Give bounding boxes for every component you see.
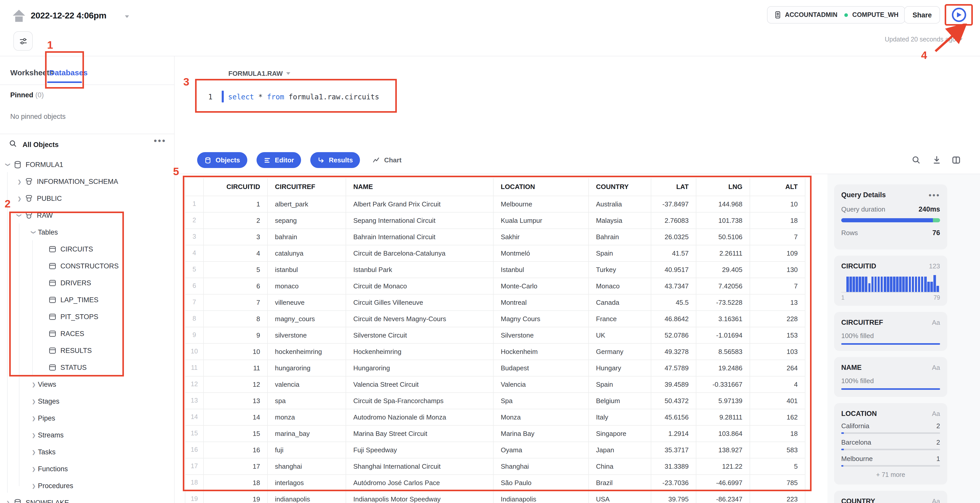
- stat-value-bar: [841, 449, 940, 450]
- sidebar-item-label: Functions: [38, 465, 68, 473]
- filters-button[interactable]: [13, 31, 33, 51]
- annotation-number-5: 5: [173, 166, 179, 178]
- toggle-objects[interactable]: Objects: [197, 152, 247, 168]
- stat-value-row[interactable]: Melbourne1: [841, 455, 940, 466]
- stat-value-row[interactable]: Barcelona2: [841, 438, 940, 450]
- sidebar-item-views[interactable]: ❯Views: [0, 376, 173, 393]
- chevron-down-icon[interactable]: ❯: [5, 161, 11, 169]
- histogram-bar: [871, 277, 873, 292]
- stat-column-name: NAME: [841, 364, 862, 371]
- schema-context-dropdown[interactable]: FORMULA1.RAW: [228, 70, 290, 77]
- split-panel-icon[interactable]: [951, 155, 961, 165]
- histogram-bar: [902, 277, 905, 292]
- sidebar-item-label: FORMULA1: [25, 161, 63, 169]
- cell: 223: [750, 491, 805, 503]
- stat-card-name[interactable]: NAME Aa 100% filled: [834, 357, 947, 397]
- warehouse-label: COMPUTE_WH: [852, 11, 899, 18]
- chevron-right-icon[interactable]: ❯: [15, 179, 24, 185]
- stat-card-circuitid[interactable]: CIRCUITID 123 1 79: [834, 256, 947, 306]
- sidebar-item-stages[interactable]: ❯Stages: [0, 393, 173, 410]
- stat-value-row[interactable]: California2: [841, 422, 940, 434]
- chevron-right-icon[interactable]: ❯: [30, 449, 38, 455]
- toggle-editor-label: Editor: [275, 156, 294, 164]
- sidebar-item-functions[interactable]: ❯Functions: [0, 460, 173, 478]
- sidebar-item-procedures[interactable]: ❯Procedures: [0, 478, 173, 494]
- histogram-bar: [912, 277, 914, 292]
- chart-zigzag-icon: [372, 156, 380, 164]
- chevron-right-icon[interactable]: ❯: [4, 500, 12, 503]
- cell: -86.2347: [696, 491, 750, 503]
- annotation-number-2: 2: [5, 198, 11, 210]
- chevron-right-icon[interactable]: ❯: [30, 398, 38, 404]
- query-details-menu-icon[interactable]: ●●●: [929, 192, 940, 198]
- show-more-link[interactable]: + 71 more: [841, 471, 940, 478]
- divider: [0, 134, 174, 134]
- sidebar-item-tasks[interactable]: ❯Tasks: [0, 444, 173, 460]
- duration-value: 240ms: [918, 205, 940, 213]
- sidebar-item-pipes[interactable]: ❯Pipes: [0, 410, 173, 427]
- histogram-bar: [893, 277, 895, 292]
- chevron-right-icon[interactable]: ❯: [30, 382, 38, 387]
- database-icon: [12, 160, 22, 169]
- stat-value-bar: [841, 465, 940, 466]
- annotation-box-2: [9, 212, 124, 376]
- chevron-right-icon[interactable]: ❯: [30, 466, 38, 472]
- sidebar-item-information_schema[interactable]: ❯INFORMATION_SCHEMA: [0, 173, 173, 190]
- hist-max-label: 79: [934, 294, 940, 301]
- annotation-number-4: 4: [921, 49, 927, 62]
- objects-database-icon: [204, 156, 212, 164]
- stat-column-name: COUNTRY: [841, 497, 875, 503]
- toggle-results[interactable]: Results: [310, 152, 360, 168]
- filled-percentage: 100% filled: [841, 332, 940, 340]
- annotation-number-1: 1: [47, 39, 53, 51]
- histogram-bar: [930, 282, 933, 292]
- tab-chart[interactable]: Chart: [369, 156, 404, 164]
- database-icon: [12, 498, 22, 503]
- stat-card-location[interactable]: LOCATION Aa California2Barcelona2Melbour…: [834, 403, 947, 485]
- chevron-right-icon[interactable]: ❯: [30, 483, 38, 489]
- text-type-badge: Aa: [932, 497, 940, 503]
- worksheet-title[interactable]: 2022-12-22 4:06pm: [31, 11, 107, 21]
- text-type-badge: Aa: [932, 318, 940, 326]
- more-menu-icon[interactable]: ●●●: [154, 137, 166, 143]
- tab-chart-label: Chart: [384, 156, 401, 164]
- histogram-bar: [934, 275, 936, 292]
- table-row[interactable]: 1919indianapolisIndianapolis Motor Speed…: [185, 491, 805, 503]
- object-search-input[interactable]: All Objects: [22, 141, 59, 148]
- cell: Indianapolis Motor Speedway: [346, 491, 493, 503]
- annotation-box-3: [195, 79, 397, 113]
- toggle-editor[interactable]: Editor: [256, 152, 301, 168]
- schema-context-label: FORMULA1.RAW: [228, 70, 283, 77]
- sidebar-item-label: Views: [38, 380, 56, 388]
- chevron-right-icon[interactable]: ❯: [15, 196, 24, 201]
- search-results-icon[interactable]: [912, 155, 921, 165]
- histogram-bar: [905, 277, 908, 292]
- warehouse-status-dot: [844, 13, 848, 17]
- stat-value-count: 2: [937, 438, 940, 446]
- run-button[interactable]: [951, 8, 966, 22]
- stat-card-circuitref[interactable]: CIRCUITREF Aa 100% filled: [834, 312, 947, 351]
- chevron-right-icon[interactable]: ❯: [30, 432, 38, 438]
- stat-card-country[interactable]: COUNTRY Aa: [834, 491, 947, 503]
- sidebar-item-streams[interactable]: ❯Streams: [0, 427, 173, 444]
- query-details-card: Query Details ●●● Query duration 240ms R…: [834, 185, 947, 250]
- histogram-bar: [846, 277, 849, 292]
- text-type-badge: Aa: [932, 364, 940, 371]
- sidebar-item-label: Procedures: [38, 482, 73, 490]
- sidebar-item-public[interactable]: ❯PUBLIC: [0, 190, 173, 207]
- cell: USA: [589, 491, 651, 503]
- pinned-section-label: Pinned(0): [10, 91, 44, 99]
- histogram-bar: [868, 283, 870, 292]
- histogram-bar: [887, 277, 889, 292]
- annotation-arrow-4: [931, 24, 972, 54]
- title-caret-down-icon[interactable]: [125, 15, 129, 18]
- sidebar-item-snowflake[interactable]: ❯SNOWFLAKE: [0, 494, 173, 503]
- share-button[interactable]: Share: [904, 6, 940, 24]
- sidebar-item-formula1[interactable]: ❯FORMULA1: [0, 156, 173, 173]
- sidebar-divider: [174, 56, 175, 503]
- chevron-right-icon[interactable]: ❯: [30, 415, 38, 421]
- home-icon[interactable]: [11, 8, 27, 24]
- search-icon[interactable]: [9, 139, 18, 148]
- download-icon[interactable]: [932, 155, 942, 165]
- context-selector[interactable]: ACCOUNTADMIN COMPUTE_WH: [767, 6, 905, 24]
